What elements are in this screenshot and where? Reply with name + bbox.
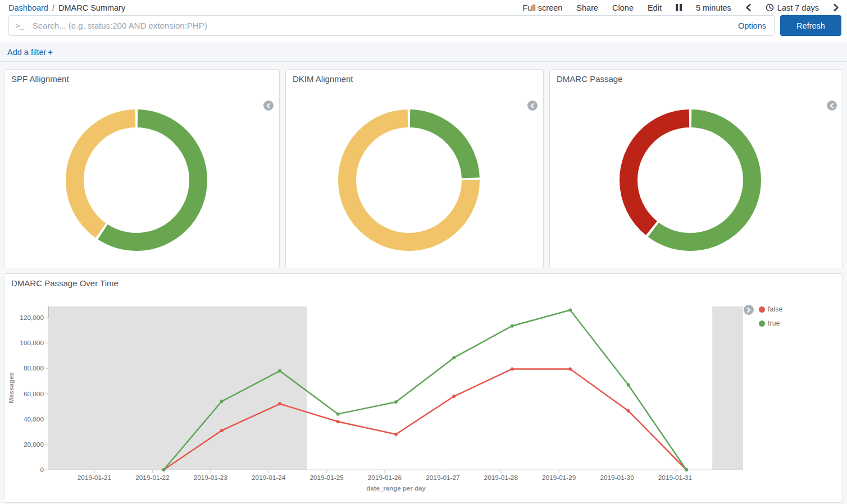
data-point-true[interactable] xyxy=(394,400,398,404)
y-tick-label: 100,000 xyxy=(20,339,44,347)
out-of-range-band xyxy=(712,306,743,470)
plus-icon: + xyxy=(48,48,52,57)
page-title: DMARC Summary xyxy=(58,3,125,12)
breadcrumb-dashboard-link[interactable]: Dashboard xyxy=(8,3,48,12)
dkim-donut-chart[interactable] xyxy=(286,70,543,268)
time-range-picker[interactable]: Last 7 days xyxy=(766,3,819,12)
legend-item-false[interactable]: false xyxy=(759,305,782,313)
x-tick-label: 2019-01-23 xyxy=(194,474,228,482)
x-tick-label: 2019-01-31 xyxy=(658,474,692,482)
terminal-prompt-icon: >_ xyxy=(16,21,25,30)
top-nav-bar: Dashboard / DMARC Summary Full screen Sh… xyxy=(0,0,847,15)
data-point-true[interactable] xyxy=(220,400,224,403)
spf-donut-chart[interactable] xyxy=(4,70,279,268)
data-point-false[interactable] xyxy=(452,395,456,398)
panel-dmarc-passage-over-time: DMARC Passage Over Time 2019-01-212019-0… xyxy=(4,273,843,503)
x-tick-label: 2019-01-24 xyxy=(252,474,286,482)
data-point-false[interactable] xyxy=(278,402,281,406)
clone-button[interactable]: Clone xyxy=(612,3,634,12)
y-tick-label: 80,000 xyxy=(24,364,44,372)
x-tick-label: 2019-01-30 xyxy=(600,474,634,482)
search-input[interactable] xyxy=(31,20,731,31)
data-point-true[interactable] xyxy=(511,324,514,328)
x-tick-label: 2019-01-28 xyxy=(484,474,518,482)
edit-button[interactable]: Edit xyxy=(648,3,662,12)
x-tick-label: 2019-01-29 xyxy=(542,474,576,482)
y-tick-label: 0 xyxy=(40,466,44,474)
data-point-true[interactable] xyxy=(336,413,340,416)
data-point-false[interactable] xyxy=(627,409,630,413)
filter-bar: Add a filter+ xyxy=(0,43,847,62)
panel-spf-alignment: SPF Allignment xyxy=(4,69,280,268)
data-point-false[interactable] xyxy=(220,429,224,432)
refresh-interval-button[interactable]: 5 minutes xyxy=(696,3,731,12)
y-tick-label: 120,000 xyxy=(20,314,44,322)
x-tick-label: 2019-01-22 xyxy=(135,474,169,482)
options-link[interactable]: Options xyxy=(738,21,766,30)
dmarc-donut-chart[interactable] xyxy=(550,70,843,268)
data-point-false[interactable] xyxy=(511,367,514,370)
data-point-false[interactable] xyxy=(394,433,398,436)
out-of-range-band xyxy=(48,306,307,470)
legend-toggle-expanded-icon[interactable] xyxy=(744,305,754,315)
clock-icon xyxy=(766,3,774,12)
data-point-true[interactable] xyxy=(627,383,630,387)
chart-legend: false true xyxy=(759,305,782,327)
data-point-true[interactable] xyxy=(568,308,572,311)
y-tick-label: 40,000 xyxy=(24,415,44,423)
add-filter-link[interactable]: Add a filter+ xyxy=(7,48,53,57)
y-tick-label: 60,000 xyxy=(24,390,44,398)
refresh-button[interactable]: Refresh xyxy=(780,15,841,36)
x-tick-label: 2019-01-25 xyxy=(309,474,344,482)
chevron-left-icon[interactable] xyxy=(745,3,752,12)
x-axis-title: date_range per day xyxy=(366,485,426,492)
x-tick-label: 2019-01-21 xyxy=(78,474,111,482)
dashboard-menu: Full screen Share Clone Edit 5 minutes L… xyxy=(522,3,839,12)
dashboard-grid: SPF Allignment DKIM Alignment DMARC Pass… xyxy=(0,62,847,504)
pause-icon[interactable] xyxy=(676,4,682,11)
time-range-label: Last 7 days xyxy=(777,3,819,12)
x-tick-label: 2019-01-27 xyxy=(426,474,459,482)
breadcrumb-separator: / xyxy=(52,3,54,12)
breadcrumb: Dashboard / DMARC Summary xyxy=(8,3,125,12)
panel-dkim-alignment: DKIM Alignment xyxy=(285,69,544,268)
data-point-false[interactable] xyxy=(336,420,340,423)
data-point-true[interactable] xyxy=(162,468,165,471)
legend-true-dot-icon xyxy=(759,320,765,327)
x-tick-label: 2019-01-26 xyxy=(368,474,402,482)
data-point-true[interactable] xyxy=(452,356,456,359)
legend-false-dot-icon xyxy=(759,306,765,313)
chevron-right-icon[interactable] xyxy=(833,3,839,12)
data-point-true[interactable] xyxy=(278,369,281,373)
panel-dmarc-passage: DMARC Passage xyxy=(549,69,843,268)
data-point-true[interactable] xyxy=(685,468,688,471)
time-series-chart[interactable]: 2019-01-212019-01-222019-01-232019-01-24… xyxy=(4,274,843,502)
share-button[interactable]: Share xyxy=(576,3,598,12)
full-screen-button[interactable]: Full screen xyxy=(522,3,562,12)
data-point-false[interactable] xyxy=(568,367,572,370)
search-bar: >_ Options xyxy=(8,15,775,36)
y-axis-title: Messages xyxy=(8,373,15,404)
legend-item-true[interactable]: true xyxy=(759,319,782,327)
y-tick-label: 20,000 xyxy=(24,441,44,448)
